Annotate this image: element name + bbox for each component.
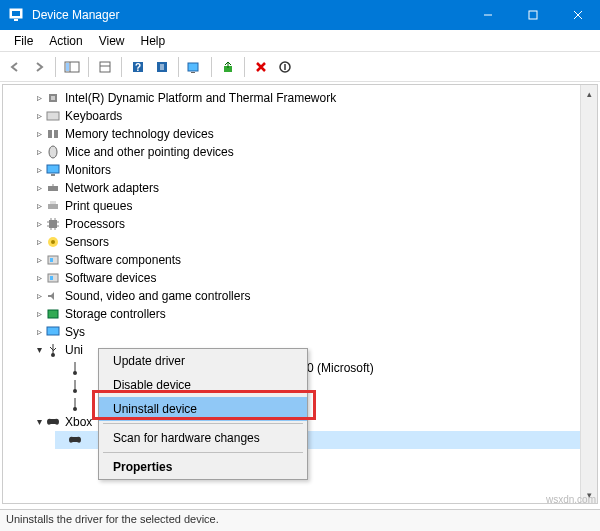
svg-rect-31 — [49, 220, 57, 228]
title-bar: Device Manager — [0, 0, 600, 30]
tree-item[interactable]: ▹Network adapters — [33, 179, 597, 197]
ctx-update-driver[interactable]: Update driver — [99, 349, 307, 373]
watermark-text: wsxdn.com — [546, 494, 596, 505]
svg-point-41 — [73, 371, 77, 375]
app-icon — [8, 7, 24, 23]
mouse-icon — [45, 144, 61, 160]
tree-item[interactable]: ▹Keyboards — [33, 107, 597, 125]
svg-rect-23 — [54, 130, 58, 138]
menu-action[interactable]: Action — [41, 32, 90, 50]
maximize-button[interactable] — [510, 0, 555, 30]
context-menu: Update driver Disable device Uninstall d… — [98, 348, 308, 480]
back-button[interactable] — [4, 56, 26, 78]
svg-rect-39 — [47, 327, 59, 335]
svg-rect-25 — [47, 165, 59, 173]
properties-button[interactable] — [94, 56, 116, 78]
svg-rect-2 — [14, 19, 18, 21]
svg-rect-35 — [50, 258, 53, 262]
svg-point-33 — [51, 240, 55, 244]
menu-separator — [103, 452, 303, 453]
svg-rect-21 — [47, 112, 59, 120]
menu-file[interactable]: File — [6, 32, 41, 50]
svg-rect-15 — [188, 63, 198, 71]
tree-item[interactable]: ▹Sensors — [33, 233, 597, 251]
svg-rect-26 — [51, 174, 55, 176]
tree-item[interactable]: ▹Sys — [33, 323, 597, 341]
svg-rect-37 — [50, 276, 53, 280]
ctx-disable-device[interactable]: Disable device — [99, 373, 307, 397]
software-icon — [45, 252, 61, 268]
tree-item[interactable]: ▹Intel(R) Dynamic Platform and Thermal F… — [33, 89, 597, 107]
svg-rect-27 — [48, 186, 58, 191]
tree-item[interactable]: ▹Sound, video and game controllers — [33, 287, 597, 305]
tree-item[interactable]: ▹Mice and other pointing devices — [33, 143, 597, 161]
memory-icon — [45, 126, 61, 142]
scroll-track[interactable] — [581, 102, 597, 486]
tree-label: 1.0 (Microsoft) — [297, 359, 374, 377]
scroll-up-button[interactable]: ▴ — [581, 85, 597, 102]
tree-label: Intel(R) Dynamic Platform and Thermal Fr… — [65, 89, 336, 107]
software-icon — [45, 270, 61, 286]
action-button[interactable] — [151, 56, 173, 78]
window-title: Device Manager — [32, 8, 465, 22]
svg-rect-30 — [50, 201, 56, 204]
minimize-button[interactable] — [465, 0, 510, 30]
svg-rect-38 — [48, 310, 58, 318]
usb-icon — [45, 342, 61, 358]
tree-label: Uni — [65, 341, 83, 359]
tree-label: Processors — [65, 215, 125, 233]
svg-rect-9 — [66, 63, 69, 71]
disable-button[interactable] — [274, 56, 296, 78]
sensor-icon — [45, 234, 61, 250]
svg-point-42 — [73, 389, 77, 393]
storage-icon — [45, 306, 61, 322]
tree-item[interactable]: ▹Software devices — [33, 269, 597, 287]
ctx-properties[interactable]: Properties — [99, 455, 307, 479]
chip-icon — [45, 90, 61, 106]
monitor-icon — [45, 162, 61, 178]
tree-item[interactable]: ▹Storage controllers — [33, 305, 597, 323]
controller-icon — [67, 432, 83, 448]
tree-label: Xbox — [65, 413, 92, 431]
status-text: Uninstalls the driver for the selected d… — [6, 513, 219, 525]
status-bar: Uninstalls the driver for the selected d… — [0, 509, 600, 531]
tree-item[interactable]: ▹Print queues — [33, 197, 597, 215]
processor-icon — [45, 216, 61, 232]
svg-text:?: ? — [135, 62, 141, 73]
show-hide-tree-button[interactable] — [61, 56, 83, 78]
controller-icon — [45, 414, 61, 430]
svg-rect-22 — [48, 130, 52, 138]
menu-bar: File Action View Help — [0, 30, 600, 52]
tree-item[interactable]: ▹Software components — [33, 251, 597, 269]
tree-item[interactable]: ▹Monitors — [33, 161, 597, 179]
tree-label: Keyboards — [65, 107, 122, 125]
menu-help[interactable]: Help — [133, 32, 174, 50]
close-button[interactable] — [555, 0, 600, 30]
scan-hardware-button[interactable] — [184, 56, 206, 78]
svg-point-24 — [49, 146, 57, 158]
network-icon — [45, 180, 61, 196]
tree-label: Software components — [65, 251, 181, 269]
tree-label: Print queues — [65, 197, 132, 215]
vertical-scrollbar[interactable]: ▴ ▾ — [580, 85, 597, 503]
uninstall-button[interactable] — [250, 56, 272, 78]
ctx-scan-hardware[interactable]: Scan for hardware changes — [99, 426, 307, 450]
menu-view[interactable]: View — [91, 32, 133, 50]
printer-icon — [45, 198, 61, 214]
tree-label: Storage controllers — [65, 305, 166, 323]
tree-label: Monitors — [65, 161, 111, 179]
tree-item[interactable]: ▹Processors — [33, 215, 597, 233]
window-buttons — [465, 0, 600, 30]
tree-label: Network adapters — [65, 179, 159, 197]
tree-label: Sys — [65, 323, 85, 341]
system-icon — [45, 324, 61, 340]
svg-rect-4 — [529, 11, 537, 19]
ctx-uninstall-device[interactable]: Uninstall device — [99, 397, 307, 421]
tree-label: Sensors — [65, 233, 109, 251]
update-driver-button[interactable] — [217, 56, 239, 78]
help-button[interactable]: ? — [127, 56, 149, 78]
forward-button[interactable] — [28, 56, 50, 78]
keyboard-icon — [45, 108, 61, 124]
svg-point-43 — [73, 407, 77, 411]
tree-item[interactable]: ▹Memory technology devices — [33, 125, 597, 143]
